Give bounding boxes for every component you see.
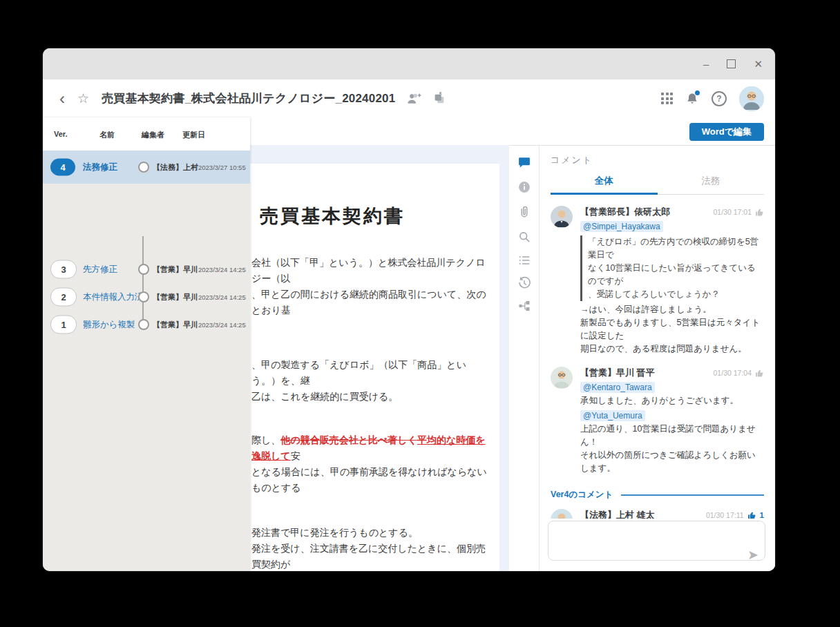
mention-chip[interactable]: @Yuta_Uemura bbox=[580, 410, 645, 421]
comment-author: 【営業】早川 晋平 bbox=[580, 367, 655, 379]
comment-line: 期日なので、ある程度は問題ありません。 bbox=[580, 343, 764, 356]
maximize-icon[interactable] bbox=[727, 59, 736, 68]
version-row-3[interactable]: 3 先方修正 【営業】早川 2023/3/24 14:25 bbox=[43, 255, 250, 283]
bell-icon[interactable] bbox=[685, 92, 699, 106]
contract-line: 、甲と乙の間における継続的商品取引について、次のとおり基 bbox=[251, 289, 486, 316]
version-table-header: Ver. 名前 編集者 更新日 bbox=[43, 117, 250, 151]
comment-time: 01/30 17:01 bbox=[714, 208, 752, 216]
thumbs-up-icon[interactable] bbox=[755, 208, 764, 217]
comment-text: 承知しました、ありがとうございます。 bbox=[580, 394, 764, 407]
contract-line: 安 bbox=[291, 451, 300, 461]
mention-chip[interactable]: @Simpei_Hayakawa bbox=[580, 221, 663, 232]
info-icon[interactable] bbox=[517, 180, 531, 194]
minimize-icon[interactable]: – bbox=[703, 59, 709, 69]
version-badge: 2 bbox=[50, 288, 77, 307]
attachment-icon[interactable] bbox=[517, 205, 531, 219]
version-editor: 【法務】上村 bbox=[153, 162, 198, 173]
contract-line: 乙は、これを継続的に買受ける。 bbox=[251, 392, 398, 402]
comment-item: 【営業部長】俵研太郎 01/30 17:01 @Simpei_Hayakawa … bbox=[551, 206, 764, 356]
sitemap-icon[interactable] bbox=[517, 299, 531, 313]
version-editor: 【営業】早川 bbox=[153, 292, 198, 302]
app-window: – ✕ ‹ ☆ 売買基本契約書_株式会社品川テクノロジー_20240201 bbox=[43, 48, 775, 571]
desktop-background: – ✕ ‹ ☆ 売買基本契約書_株式会社品川テクノロジー_20240201 bbox=[0, 0, 840, 627]
duplicate-icon[interactable] bbox=[432, 92, 446, 106]
quote-line: なく10営業日にしたい旨が返ってきているのですが bbox=[588, 262, 764, 288]
comment-panel-label: コメント bbox=[551, 154, 764, 166]
send-icon[interactable]: ➤ bbox=[747, 548, 758, 561]
back-icon[interactable]: ‹ bbox=[59, 89, 65, 108]
search-icon[interactable] bbox=[517, 230, 531, 244]
comment-text: →はい、今回は許容しましょう。 新製品でもありますし、5営業日は元々タイトに設定… bbox=[580, 303, 764, 356]
timeline-dot bbox=[138, 291, 149, 302]
mention-chip[interactable]: @Kentaro_Tawara bbox=[580, 382, 655, 393]
quote-line: 、受諾してよろしいでしょうか？ bbox=[588, 288, 764, 301]
quoted-text: 「えびロボ」の先方内での検収の締切を5営業日で なく10営業日にしたい旨が返って… bbox=[580, 235, 764, 301]
star-icon[interactable]: ☆ bbox=[77, 90, 89, 106]
user-avatar[interactable] bbox=[739, 86, 764, 111]
contract-line: 発注を受け、注文請書を乙に交付したときに、個別売買契約が bbox=[251, 543, 486, 570]
version-name-link[interactable]: 先方修正 bbox=[83, 264, 117, 276]
contract-paragraph-redline: 際し、他の競合販売会社と比べ著しく平均的な時価を逸脱して安 となる場合には、甲の… bbox=[250, 432, 499, 496]
notification-dot bbox=[695, 90, 700, 95]
contract-line: 、甲の製造する「えびロボ」（以下「商品」という。）を、継 bbox=[251, 360, 466, 386]
version-badge: 1 bbox=[50, 316, 77, 334]
comment-line: →はい、今回は許容しましょう。 bbox=[580, 303, 764, 316]
contract-line: 際し、 bbox=[251, 435, 280, 445]
tab-all[interactable]: 全体 bbox=[551, 171, 658, 195]
version-editor: 【営業】早川 bbox=[153, 264, 198, 275]
close-icon[interactable]: ✕ bbox=[754, 59, 763, 69]
comment-item: 【営業】早川 晋平 01/30 17:04 @Kentaro_Tawara 承知… bbox=[551, 367, 764, 475]
version-row-4[interactable]: 4 法務修正 【法務】上村 2023/3/27 10:55 bbox=[43, 151, 250, 184]
contract-line: 会社（以下「甲」という。）と株式会社品川テクノロジー（以 bbox=[251, 258, 486, 284]
comment-time: 01/30 17:04 bbox=[714, 369, 752, 377]
person-add-icon[interactable] bbox=[406, 92, 421, 106]
comment-tabs: 全体 法務 bbox=[551, 171, 764, 195]
document-viewer: 売買基本契約書 会社（以下「甲」という。）と株式会社品川テクノロジー（以 、甲と… bbox=[250, 145, 509, 571]
quote-line: 「えびロボ」の先方内での検収の締切を5営業日で bbox=[588, 235, 764, 262]
contract-line: となる場合には、甲の事前承認を得なければならないものとする bbox=[251, 467, 487, 493]
tab-legal[interactable]: 法務 bbox=[658, 171, 765, 194]
version-badge: 3 bbox=[50, 260, 77, 279]
version-name-link[interactable]: 本件情報入力済 bbox=[83, 291, 144, 303]
comment-input[interactable] bbox=[548, 521, 765, 561]
history-icon[interactable] bbox=[517, 276, 531, 290]
version-row-2[interactable]: 2 本件情報入力済 【営業】早川 2023/3/24 14:25 bbox=[43, 283, 250, 311]
app-header: ‹ ☆ 売買基本契約書_株式会社品川テクノロジー_20240201 bbox=[43, 79, 775, 117]
timeline-dot bbox=[138, 264, 149, 275]
avatar bbox=[551, 206, 573, 228]
version-date: 2023/3/24 14:25 bbox=[198, 321, 246, 329]
help-icon[interactable]: ? bbox=[712, 91, 727, 106]
version-date: 2023/3/24 14:25 bbox=[198, 293, 246, 301]
version-history-panel: Ver. 名前 編集者 更新日 4 法務修正 【法務】上村 2023/3/27 … bbox=[43, 117, 250, 571]
contract-title: 売買基本契約書 bbox=[260, 204, 499, 229]
document-page[interactable]: 売買基本契約書 会社（以下「甲」という。）と株式会社品川テクノロジー（以 、甲と… bbox=[250, 164, 499, 571]
column-ver: Ver. bbox=[54, 130, 68, 138]
column-name: 名前 bbox=[99, 130, 115, 140]
ver4-section-header: Ver4のコメント bbox=[551, 489, 764, 501]
app-grid-icon[interactable] bbox=[661, 93, 673, 104]
comment-line: 新製品でもありますし、5営業日は元々タイトに設定した bbox=[580, 316, 764, 343]
list-icon[interactable] bbox=[517, 253, 531, 267]
comment-icon[interactable] bbox=[517, 155, 531, 169]
avatar bbox=[551, 367, 573, 389]
version-date: 2023/3/27 10:55 bbox=[198, 164, 246, 171]
comment-author: 【営業部長】俵研太郎 bbox=[580, 206, 670, 218]
tracked-deletion: 他の競合販売会社と比べ著しく bbox=[280, 435, 417, 445]
timeline-dot bbox=[138, 162, 149, 173]
window-titlebar: – ✕ bbox=[43, 48, 775, 79]
edit-in-word-button[interactable]: Wordで編集 bbox=[689, 123, 764, 141]
version-badge: 4 bbox=[50, 159, 75, 176]
ver4-label: Ver4のコメント bbox=[551, 489, 613, 501]
column-updated: 更新日 bbox=[182, 130, 205, 140]
version-row-1[interactable]: 1 雛形から複製 【営業】早川 2023/3/24 14:25 bbox=[43, 311, 250, 338]
contract-line: 発注書で甲に発注を行うものとする。 bbox=[251, 528, 418, 538]
thumbs-up-icon[interactable] bbox=[755, 369, 764, 378]
contract-paragraph: 、甲の製造する「えびロボ」（以下「商品」という。）を、継 乙は、これを継続的に買… bbox=[250, 357, 499, 405]
version-name-link[interactable]: 雛形から複製 bbox=[83, 319, 135, 331]
comment-text: 上記の通り、10営業日は受諾で問題ありません！ それ以外の箇所につきご確認よろし… bbox=[580, 423, 764, 475]
ver4-divider bbox=[621, 494, 764, 496]
version-name-link[interactable]: 法務修正 bbox=[83, 162, 117, 173]
comment-line: 上記の通り、10営業日は受諾で問題ありません！ bbox=[580, 423, 764, 449]
comment-panel: コメント 全体 法務 【営業部長】俵研太郎 01/30 17:01 bbox=[539, 145, 775, 571]
column-editor: 編集者 bbox=[142, 130, 164, 140]
